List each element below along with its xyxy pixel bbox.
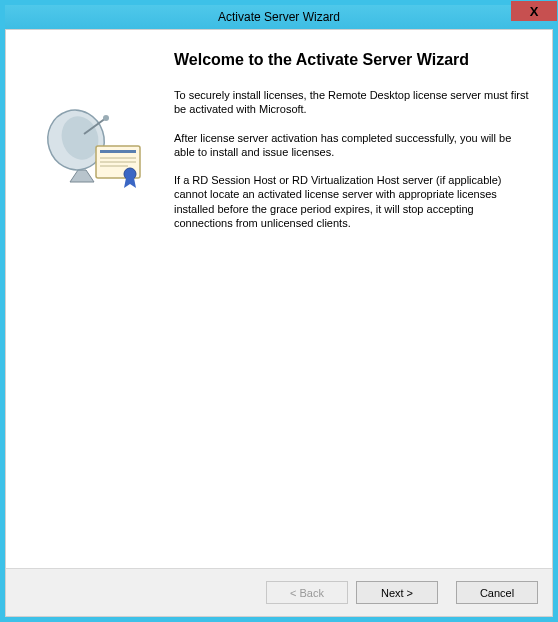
- close-button[interactable]: X: [511, 1, 557, 21]
- cancel-button[interactable]: Cancel: [456, 581, 538, 604]
- intro-paragraph-3: If a RD Session Host or RD Virtualizatio…: [174, 173, 530, 230]
- button-bar: < Back Next > Cancel: [6, 568, 552, 616]
- svg-point-3: [103, 115, 109, 121]
- content-area: Welcome to the Activate Server Wizard To…: [6, 30, 552, 568]
- wizard-body: Welcome to the Activate Server Wizard To…: [5, 29, 553, 617]
- back-button: < Back: [266, 581, 348, 604]
- next-button[interactable]: Next >: [356, 581, 438, 604]
- wizard-window: Activate Server Wizard X: [0, 0, 558, 622]
- intro-paragraph-1: To securely install licenses, the Remote…: [174, 88, 530, 117]
- window-title: Activate Server Wizard: [218, 10, 340, 24]
- sidebar-illustration-area: [18, 50, 168, 558]
- main-text-area: Welcome to the Activate Server Wizard To…: [168, 50, 530, 558]
- titlebar: Activate Server Wizard X: [5, 5, 553, 29]
- page-heading: Welcome to the Activate Server Wizard: [174, 50, 530, 70]
- close-icon: X: [530, 4, 539, 19]
- svg-rect-5: [100, 150, 136, 153]
- satellite-license-icon: [36, 98, 146, 188]
- intro-paragraph-2: After license server activation has comp…: [174, 131, 530, 160]
